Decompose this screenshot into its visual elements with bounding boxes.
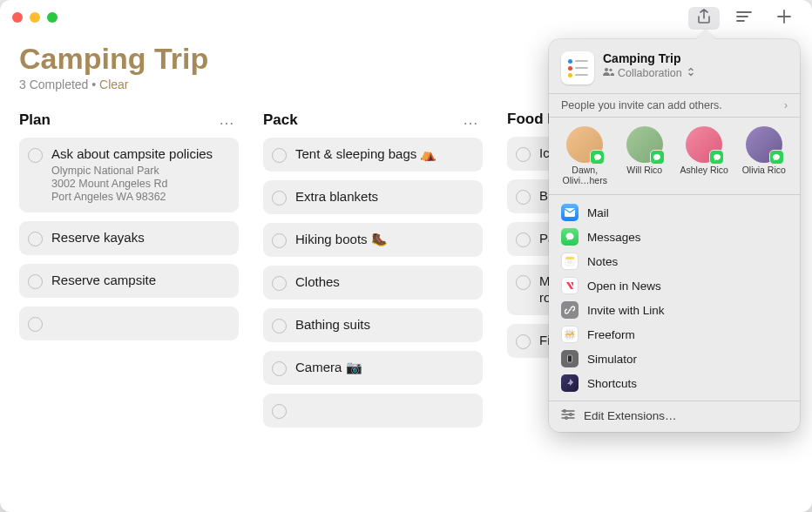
link-icon (561, 301, 579, 319)
checkbox[interactable] (272, 191, 287, 205)
reminder-text: Ask about campsite policies (51, 146, 213, 163)
reminder-item[interactable]: Ask about campsite policies Olympic Nati… (19, 138, 239, 212)
share-app-notes[interactable]: Notes (556, 249, 793, 273)
shortcuts-icon (561, 374, 579, 392)
completed-count: 3 Completed (19, 77, 88, 91)
reminder-text: Extra blankets (295, 189, 378, 205)
chevron-right-icon: › (784, 99, 788, 111)
traffic-lights (12, 12, 58, 23)
column-title: Plan (19, 111, 51, 129)
avatar (746, 126, 782, 163)
checkbox[interactable] (272, 319, 287, 333)
messages-badge-icon (590, 150, 605, 165)
person[interactable]: Ashley Rico (677, 126, 732, 185)
reminder-text: Reserve campsite (51, 273, 156, 289)
reminder-text: Reserve kayaks (51, 230, 145, 246)
share-app-messages[interactable]: Messages (556, 225, 793, 249)
column-menu-button[interactable]: … (463, 111, 479, 129)
checkbox[interactable] (516, 190, 531, 205)
checkbox[interactable] (28, 148, 43, 163)
add-button[interactable] (768, 7, 800, 30)
reminder-text: Bathing suits (295, 317, 370, 333)
person-name: Olivia Rico (742, 165, 786, 176)
popover-header: Camping Trip Collaboration (549, 39, 800, 93)
apps-list: Mail Messages Notes Open in News Invite … (549, 195, 800, 401)
reminder-item-empty[interactable] (263, 394, 483, 428)
reminder-item[interactable]: Reserve kayaks (19, 221, 239, 255)
plus-icon (776, 9, 792, 28)
checkbox[interactable] (516, 147, 531, 162)
column-plan: Plan … Ask about campsite policies Olymp… (19, 111, 239, 428)
checkbox[interactable] (272, 233, 287, 248)
share-app-mail[interactable]: Mail (556, 200, 793, 225)
reminder-item-empty[interactable] (19, 307, 239, 340)
share-app-shortcuts[interactable]: Shortcuts (556, 371, 793, 395)
sort-button[interactable] (728, 7, 760, 30)
list-icon (561, 51, 594, 84)
reminder-subtext: Olympic National Park 3002 Mount Angeles… (51, 165, 213, 204)
popover-title: Camping Trip (603, 51, 694, 65)
checkbox[interactable] (272, 276, 287, 291)
share-app-link[interactable]: Invite with Link (556, 298, 793, 322)
checkbox[interactable] (516, 232, 531, 247)
person[interactable]: Will Rico (618, 126, 673, 185)
fullscreen-window-button[interactable] (47, 12, 58, 23)
person-name: Ashley Rico (680, 165, 728, 176)
edit-extensions[interactable]: Edit Extensions… (549, 401, 800, 427)
svg-rect-9 (565, 257, 574, 259)
reminder-item[interactable]: Extra blankets (263, 180, 483, 214)
checkbox[interactable] (272, 361, 287, 376)
svg-rect-12 (568, 355, 572, 362)
checkbox[interactable] (28, 232, 43, 246)
messages-badge-icon (650, 150, 665, 165)
reminder-item[interactable]: Hiking boots 🥾 (263, 223, 483, 257)
reminder-text: Clothes (295, 274, 340, 291)
checkbox[interactable] (28, 317, 43, 332)
share-button[interactable] (688, 7, 720, 30)
reminder-text: Tent & sleeping bags ⛺️ (295, 146, 436, 163)
collaboration-selector[interactable]: Collaboration (603, 67, 694, 79)
column-pack: Pack … Tent & sleeping bags ⛺️ Extra bla… (263, 111, 483, 428)
list-icon (735, 10, 753, 26)
checkbox[interactable] (272, 148, 287, 163)
share-popover: Camping Trip Collaboration People you in… (549, 39, 800, 432)
checkbox[interactable] (516, 275, 531, 290)
person[interactable]: Olivia Rico (737, 126, 792, 185)
titlebar (0, 0, 812, 35)
messages-badge-icon (769, 150, 784, 165)
news-icon (561, 277, 579, 294)
share-app-simulator[interactable]: Simulator (556, 347, 793, 371)
clear-button[interactable]: Clear (99, 77, 128, 91)
extensions-icon (561, 408, 575, 423)
share-app-news[interactable]: Open in News (556, 273, 793, 298)
person[interactable]: Dawn, Olivi…hers (558, 126, 612, 185)
avatar (566, 126, 603, 163)
reminder-item[interactable]: Camera 📷 (263, 351, 483, 385)
people-row: Dawn, Olivi…hers Will Rico Ashley Rico O… (549, 117, 800, 195)
mail-icon (561, 204, 579, 221)
share-icon (697, 9, 711, 28)
reminder-item[interactable]: Clothes (263, 266, 483, 300)
person-name: Will Rico (626, 165, 662, 176)
column-title: Pack (263, 111, 298, 129)
avatar (686, 126, 722, 163)
app-window: Camping Trip 3 Completed • Clear Plan … … (0, 0, 812, 512)
minimize-window-button[interactable] (30, 12, 40, 23)
messages-icon (561, 228, 579, 246)
avatar (626, 126, 663, 163)
checkbox[interactable] (272, 404, 287, 419)
permissions-row[interactable]: People you invite can add others. › (549, 93, 800, 117)
column-menu-button[interactable]: … (219, 111, 235, 129)
checkbox[interactable] (516, 334, 531, 349)
checkbox[interactable] (28, 274, 43, 289)
share-app-freeform[interactable]: Freeform (556, 322, 793, 347)
close-window-button[interactable] (12, 12, 23, 23)
freeform-icon (561, 326, 579, 343)
reminder-text: Hiking boots 🥾 (295, 232, 388, 248)
reminder-item[interactable]: Tent & sleeping bags ⛺️ (263, 138, 483, 172)
reminder-item[interactable]: Bathing suits (263, 308, 483, 342)
simulator-icon (561, 350, 579, 367)
toolbar-right (688, 7, 800, 30)
reminder-item[interactable]: Reserve campsite (19, 264, 239, 298)
people-icon (603, 67, 614, 79)
